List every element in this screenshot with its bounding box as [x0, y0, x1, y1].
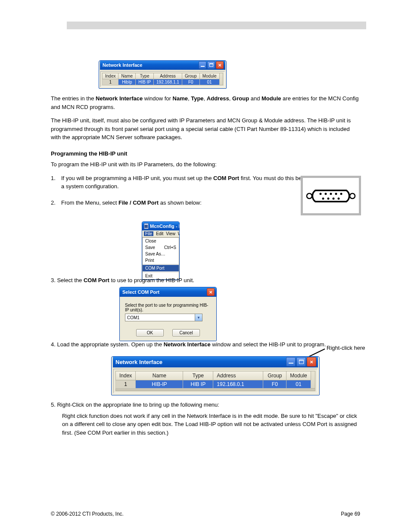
cell-address: 192.168.0.1: [213, 380, 263, 389]
col-address[interactable]: Address: [154, 73, 182, 79]
file-menu-dropdown: Close SaveCtrl+S Save As… Print COM Port…: [142, 237, 179, 280]
menu-item-save[interactable]: SaveCtrl+S: [143, 244, 179, 251]
app-titlebar: ▦ McnConfig - McnCo: [142, 222, 179, 230]
menu-window[interactable]: Windo: [178, 231, 180, 236]
right-click-callout: Right-click here: [327, 345, 365, 351]
cell-address: 192.168.1.1: [154, 79, 182, 85]
maximize-button[interactable]: [207, 61, 215, 69]
app-icon: ▦: [144, 223, 149, 229]
svg-point-8: [327, 198, 330, 200]
cell-group: F0: [182, 79, 199, 85]
col-group[interactable]: Group: [263, 371, 286, 380]
com-port-value: COM1: [125, 315, 195, 320]
close-button[interactable]: [307, 357, 316, 367]
file-menu-window: ▦ McnConfig - McnCo File Edit View Windo…: [142, 221, 180, 280]
serial-port-figure: [301, 176, 361, 215]
window-title: Network Interface: [115, 359, 162, 365]
svg-point-9: [333, 198, 335, 200]
col-index[interactable]: Index: [103, 73, 118, 79]
step5-text: 5. Right-Click on the appropriate line t…: [51, 401, 361, 437]
window-titlebar[interactable]: Network Interface: [113, 356, 318, 367]
window-title: Network Interface: [103, 62, 142, 68]
menu-file[interactable]: File: [144, 231, 153, 236]
svg-point-7: [322, 198, 324, 200]
network-interface-window-large: Network Interface Index Name Type Addre: [111, 356, 320, 395]
col-index[interactable]: Index: [116, 371, 136, 380]
dialog-title: Select COM Port: [122, 289, 159, 295]
svg-point-10: [338, 198, 340, 200]
chevron-down-icon[interactable]: ▼: [195, 314, 202, 321]
svg-point-4: [330, 193, 332, 195]
menu-item-close[interactable]: Close: [143, 238, 179, 244]
footer-page: Page 69: [341, 511, 360, 517]
cell-type: HIB IP: [136, 79, 154, 85]
col-module[interactable]: Module: [286, 371, 311, 380]
col-name[interactable]: Name: [118, 73, 136, 79]
cell-group: F0: [263, 380, 286, 389]
col-type[interactable]: Type: [183, 371, 213, 380]
svg-point-6: [340, 193, 342, 195]
header-stripe: [67, 22, 366, 29]
step3-text: 3. Select the COM Port to use to program…: [51, 276, 361, 285]
svg-point-0: [307, 193, 312, 199]
footer-copyright: © 2006-2012 CTI Products, Inc.: [51, 511, 124, 517]
menu-item-print[interactable]: Print: [143, 257, 179, 264]
network-interface-grid[interactable]: Index Name Type Address Group Module 1 H…: [102, 73, 220, 85]
dialog-prompt: Select the port to use for programming H…: [125, 303, 211, 312]
minimize-button[interactable]: [286, 357, 296, 367]
cell-module: 01: [286, 380, 311, 389]
menu-edit[interactable]: Edit: [156, 231, 163, 236]
close-button[interactable]: [207, 288, 215, 296]
menubar[interactable]: File Edit View Windo: [142, 230, 179, 237]
cell-index: 1: [103, 79, 118, 85]
maximize-button[interactable]: [296, 357, 306, 367]
menu-item-save-as[interactable]: Save As…: [143, 251, 179, 257]
network-interface-window-small: Network Interface Index Name Type Addres…: [99, 60, 227, 89]
table-row[interactable]: 1 HIB-IP HIB IP 192.168.0.1 F0 01: [116, 380, 311, 389]
table-row[interactable]: 1 HibIp HIB IP 192.168.1.1 F0 01: [103, 79, 220, 85]
select-com-port-dialog: Select COM Port Select the port to use f…: [119, 287, 217, 341]
window-titlebar[interactable]: Network Interface: [100, 60, 225, 70]
cell-index: 1: [116, 380, 136, 389]
dialog-titlebar[interactable]: Select COM Port: [120, 287, 216, 297]
menu-view[interactable]: View: [166, 231, 175, 236]
ok-button[interactable]: OK: [136, 329, 164, 336]
cell-name: HIB-IP: [136, 380, 183, 389]
menu-item-com-port[interactable]: COM Port: [143, 265, 179, 271]
db9-connector-icon: [306, 182, 356, 209]
cell-module: 01: [199, 79, 219, 85]
minimize-button[interactable]: [199, 61, 206, 69]
cell-name: HibIp: [118, 79, 136, 85]
cell-type: HIB IP: [183, 380, 213, 389]
col-type[interactable]: Type: [136, 73, 154, 79]
col-group[interactable]: Group: [182, 73, 199, 79]
cancel-button[interactable]: Cancel: [172, 329, 200, 336]
svg-point-3: [325, 193, 327, 195]
col-module[interactable]: Module: [199, 73, 219, 79]
close-button[interactable]: [216, 61, 224, 69]
col-name[interactable]: Name: [136, 371, 183, 380]
svg-point-1: [350, 193, 355, 199]
svg-point-2: [320, 193, 322, 195]
com-port-select[interactable]: COM1 ▼: [125, 314, 202, 321]
app-title: McnConfig - McnCo: [150, 224, 180, 229]
svg-point-5: [335, 193, 337, 195]
col-address[interactable]: Address: [213, 371, 263, 380]
network-interface-grid[interactable]: Index Name Type Address Group Module 1 H…: [115, 371, 311, 389]
